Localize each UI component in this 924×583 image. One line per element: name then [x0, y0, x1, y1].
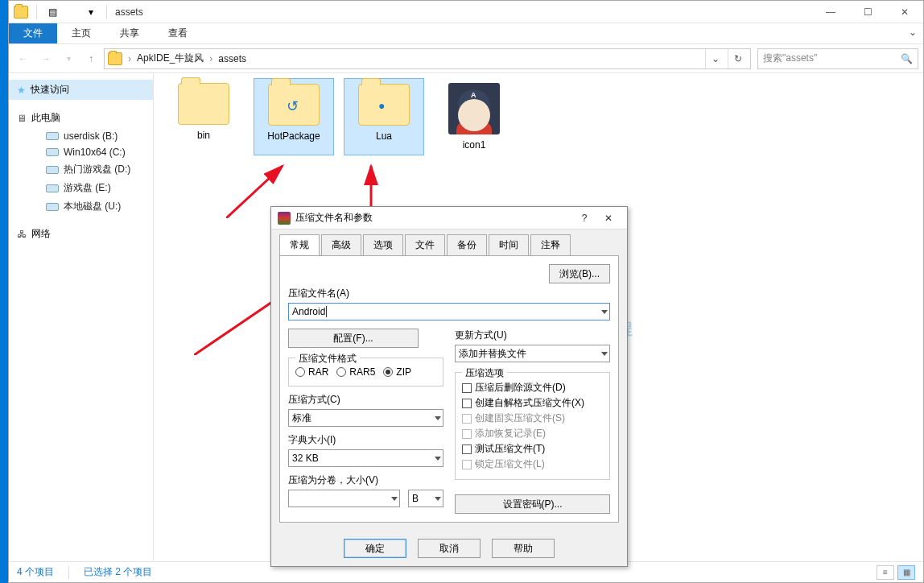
- opt-delete-source[interactable]: 压缩后删除源文件(D): [462, 381, 603, 395]
- address-refresh-button[interactable]: ↻: [728, 49, 747, 68]
- nav-history-button[interactable]: ▾: [59, 49, 78, 68]
- dict-select[interactable]: 32 KB: [288, 449, 443, 467]
- sidebar-this-pc[interactable]: 🖥 此电脑: [9, 108, 153, 128]
- split-label: 压缩为分卷，大小(V): [288, 473, 443, 487]
- search-placeholder: 搜索"assets": [763, 52, 817, 65]
- status-count: 4 个项目: [17, 565, 54, 579]
- nav-row: ← → ▾ ↑ › ApkIDE_牛旋风 › assets ⌄ ↻ 搜索"ass…: [9, 44, 923, 73]
- sidebar-network[interactable]: 🖧 网络: [9, 224, 153, 244]
- tab-options[interactable]: 选项: [363, 234, 403, 255]
- cancel-button[interactable]: 取消: [418, 539, 481, 558]
- app-folder-icon: [14, 5, 28, 19]
- file-item-hotpackage[interactable]: HotPackage: [254, 78, 334, 155]
- folder-icon: [268, 84, 320, 126]
- star-icon: ★: [17, 85, 26, 96]
- sidebar-quick-access[interactable]: ★ 快速访问: [9, 80, 153, 100]
- dialog-tabs: 常规 高级 选项 文件 备份 时间 注释: [271, 229, 627, 255]
- file-item-icon1[interactable]: A icon1: [434, 78, 514, 155]
- config-button[interactable]: 配置(F)...: [288, 329, 419, 348]
- sidebar-drive[interactable]: 游戏盘 (E:): [9, 179, 153, 197]
- opt-test[interactable]: 测试压缩文件(T): [462, 442, 603, 456]
- qat-new-folder-icon[interactable]: [64, 5, 79, 19]
- sidebar-drive[interactable]: Win10x64 (C:): [9, 144, 153, 160]
- view-icons-button[interactable]: ▦: [897, 565, 915, 580]
- file-item-bin[interactable]: bin: [163, 78, 244, 155]
- format-rar5-radio[interactable]: RAR5: [336, 366, 375, 378]
- nav-forward-button[interactable]: →: [36, 49, 56, 68]
- dialog-title: 压缩文件名和参数: [295, 211, 572, 225]
- address-dropdown-button[interactable]: ⌄: [705, 49, 724, 68]
- method-select[interactable]: 标准: [288, 409, 443, 427]
- sidebar: ★ 快速访问 🖥 此电脑 userdisk (B:) Win10x64 (C:)…: [9, 73, 154, 561]
- filename-label: 压缩文件名(A): [288, 287, 610, 300]
- drive-icon: [46, 184, 59, 192]
- address-bar[interactable]: › ApkIDE_牛旋风 › assets ⌄ ↻: [104, 48, 751, 69]
- method-label: 压缩方式(C): [288, 393, 443, 407]
- options-legend: 压缩选项: [462, 366, 507, 380]
- ribbon-share-tab[interactable]: 共享: [105, 23, 154, 43]
- opt-lock: 锁定压缩文件(L): [462, 457, 603, 471]
- sidebar-drive[interactable]: 本地磁盘 (U:): [9, 197, 153, 216]
- pc-icon: 🖥: [17, 113, 27, 124]
- ribbon-view-tab[interactable]: 查看: [154, 23, 202, 43]
- status-selected: 已选择 2 个项目: [84, 565, 152, 579]
- update-label: 更新方式(U): [455, 329, 610, 342]
- tab-backup[interactable]: 备份: [447, 234, 487, 255]
- split-size-input[interactable]: [288, 490, 400, 507]
- ribbon-file-tab[interactable]: 文件: [9, 23, 57, 43]
- opt-solid: 创建固实压缩文件(S): [462, 411, 603, 425]
- dict-label: 字典大小(I): [288, 433, 443, 447]
- dialog-body: 浏览(B)... 压缩文件名(A) Android 配置(F)... 压缩文件格…: [279, 255, 619, 523]
- view-details-button[interactable]: ≡: [877, 565, 894, 580]
- format-legend: 压缩文件格式: [295, 352, 360, 366]
- format-rar-radio[interactable]: RAR: [295, 366, 328, 378]
- nav-back-button[interactable]: ←: [14, 49, 33, 68]
- sidebar-drive[interactable]: 热门游戏盘 (D:): [9, 160, 153, 179]
- split-unit-select[interactable]: B: [408, 490, 443, 507]
- ribbon-home-tab[interactable]: 主页: [57, 23, 105, 43]
- nav-up-button[interactable]: ↑: [81, 49, 101, 68]
- tab-time[interactable]: 时间: [489, 234, 529, 255]
- breadcrumb-1[interactable]: ApkIDE_牛旋风: [137, 52, 204, 65]
- qat-dropdown-icon[interactable]: ▾: [84, 5, 98, 19]
- rar-icon: [278, 212, 291, 225]
- sidebar-drive[interactable]: userdisk (B:): [9, 128, 153, 144]
- tab-advanced[interactable]: 高级: [321, 234, 361, 255]
- maximize-button[interactable]: ☐: [849, 1, 886, 23]
- ok-button[interactable]: 确定: [344, 539, 406, 558]
- drive-icon: [46, 166, 59, 174]
- opt-self-extracting[interactable]: 创建自解格式压缩文件(X): [462, 396, 603, 410]
- breadcrumb-2[interactable]: assets: [218, 53, 246, 64]
- drive-icon: [46, 203, 59, 211]
- archive-dialog: 压缩文件名和参数 ? ✕ 常规 高级 选项 文件 备份 时间 注释 浏览(B).…: [270, 206, 628, 567]
- avatar-icon: A: [448, 83, 500, 134]
- tab-comment[interactable]: 注释: [530, 234, 571, 255]
- set-password-button[interactable]: 设置密码(P)...: [455, 494, 610, 514]
- opt-recovery: 添加恢复记录(E): [462, 427, 603, 440]
- dialog-titlebar[interactable]: 压缩文件名和参数 ? ✕: [271, 207, 627, 229]
- qat-properties-icon[interactable]: ▤: [45, 5, 60, 19]
- folder-icon: [178, 83, 229, 125]
- window-title: assets: [115, 6, 143, 18]
- drive-icon: [46, 148, 59, 156]
- address-folder-icon: [108, 52, 122, 65]
- update-select[interactable]: 添加并替换文件: [455, 345, 610, 362]
- search-input[interactable]: 搜索"assets" 🔍: [757, 48, 918, 69]
- help-button[interactable]: 帮助: [492, 539, 555, 558]
- format-zip-radio[interactable]: ZIP: [383, 366, 411, 378]
- dialog-close-button[interactable]: ✕: [596, 213, 621, 224]
- titlebar: ▤ ▾ assets — ☐ ✕: [9, 1, 923, 23]
- ribbon-tabs: 文件 主页 共享 查看 ⌄: [9, 23, 923, 44]
- browse-button[interactable]: 浏览(B)...: [549, 264, 610, 283]
- minimize-button[interactable]: —: [812, 1, 849, 23]
- dialog-help-button[interactable]: ?: [572, 213, 596, 224]
- close-button[interactable]: ✕: [886, 1, 923, 23]
- network-icon: 🖧: [17, 229, 27, 240]
- filename-input[interactable]: Android: [288, 303, 610, 320]
- file-item-lua[interactable]: Lua: [344, 78, 424, 155]
- drive-icon: [46, 132, 59, 140]
- tab-files[interactable]: 文件: [405, 234, 445, 255]
- search-icon: 🔍: [901, 53, 913, 64]
- ribbon-expand-icon[interactable]: ⌄: [902, 23, 923, 43]
- tab-general[interactable]: 常规: [279, 234, 320, 255]
